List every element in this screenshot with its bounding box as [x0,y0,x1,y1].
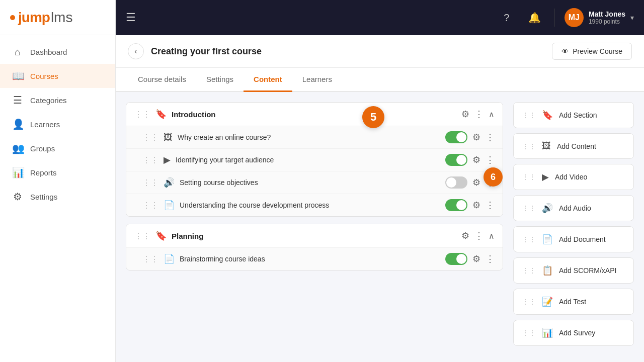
user-menu[interactable]: MJ Matt Jones 1990 points ▾ [565,8,634,27]
add-survey-button[interactable]: ⋮⋮ 📊 Add Survey [513,320,634,346]
add-section-button[interactable]: ⋮⋮ 🔖 Add Section [513,102,634,128]
section-more-button[interactable]: ⋮ [474,109,484,120]
settings-icon: ⚙ [12,191,23,203]
sidebar: jump lms ⌂ Dashboard 📖 Courses ☰ Categor… [0,0,116,362]
section-more-button-2[interactable]: ⋮ [474,230,484,241]
sidebar-item-groups[interactable]: 👥 Groups [0,136,115,160]
tab-course-details[interactable]: Course details [128,68,196,92]
avatar: MJ [565,8,584,27]
add-scorm-button[interactable]: ⋮⋮ 📋 Add SCORM/xAPI [513,257,634,284]
add-content-label: Add Content [557,142,596,150]
panel-drag-handle-7: ⋮⋮ [522,298,536,306]
preview-label: Preview Course [573,47,622,55]
eye-icon: 👁 [561,47,569,55]
preview-course-button[interactable]: 👁 Preview Course [552,43,632,60]
main-area: ☰ ? 🔔 MJ Matt Jones 1990 points ▾ ‹ Crea… [116,0,644,362]
item-gear-button-4[interactable]: ⚙ [472,200,480,211]
image-add-icon: 🖼 [542,141,551,151]
add-document-button[interactable]: ⋮⋮ 📄 Add Document [513,226,634,252]
panel-drag-handle: ⋮⋮ [522,111,536,119]
sidebar-item-reports[interactable]: 📊 Reports [0,160,115,185]
dashboard-icon: ⌂ [12,46,23,58]
toggle-item-4[interactable] [445,199,467,211]
drag-handle-section[interactable]: ⋮⋮ [134,110,150,119]
section-collapse-button-2[interactable]: ∧ [489,231,495,241]
test-add-icon: 📝 [542,296,553,307]
sidebar-item-courses[interactable]: 📖 Courses [0,64,115,88]
toggle-item-1[interactable] [445,131,467,143]
scorm-add-icon: 📋 [542,265,553,276]
drag-handle-item[interactable]: ⋮⋮ [142,178,158,188]
categories-icon: ☰ [12,94,23,106]
title-area: ‹ Creating your first course [128,43,262,59]
panel-drag-handle-3: ⋮⋮ [522,173,536,181]
tab-learners[interactable]: Learners [292,68,342,92]
add-test-label: Add Test [559,298,586,306]
bookmark-icon-2: 🔖 [155,230,167,241]
page-header: ‹ Creating your first course 👁 Preview C… [116,35,644,68]
groups-icon: 👥 [12,142,23,154]
drag-handle-item[interactable]: ⋮⋮ [142,133,158,142]
topbar: ☰ ? 🔔 MJ Matt Jones 1990 points ▾ [116,0,644,35]
panel-drag-handle-5: ⋮⋮ [522,235,536,243]
sidebar-item-learners[interactable]: 👤 Learners [0,112,115,136]
bookmark-add-icon: 🔖 [542,110,553,121]
toggle-item-5[interactable] [445,253,467,265]
panel-drag-handle-4: ⋮⋮ [522,204,536,212]
item-more-button-5[interactable]: ⋮ [486,253,495,264]
add-audio-button[interactable]: ⋮⋮ 🔊 Add Audio [513,195,634,221]
add-content-button[interactable]: ⋮⋮ 🖼 Add Content [513,133,634,159]
item-more-button-1[interactable]: ⋮ [486,132,495,143]
item-more-button-3[interactable]: ⋮ [486,177,495,188]
right-panel: ⋮⋮ 🔖 Add Section ⋮⋮ 🖼 Add Content ⋮⋮ ▶ A… [513,102,634,352]
item-more-button-2[interactable]: ⋮ [486,154,495,165]
sidebar-item-dashboard[interactable]: ⌂ Dashboard [0,40,115,64]
add-section-label: Add Section [559,111,597,119]
back-icon: ‹ [134,47,137,56]
video-add-icon: ▶ [542,171,549,183]
item-title-1: Why create an online course? [178,133,440,141]
item-gear-button-5[interactable]: ⚙ [472,253,480,264]
section-gear-button[interactable]: ⚙ [461,109,469,120]
bell-button[interactable]: 🔔 [526,9,544,27]
toggle-item-3[interactable] [445,176,467,189]
item-gear-button-2[interactable]: ⚙ [472,154,480,165]
panel-drag-handle-2: ⋮⋮ [522,142,536,150]
bell-icon: 🔔 [528,12,541,24]
section-gear-button-2[interactable]: ⚙ [461,230,469,241]
content-item-1: ⋮⋮ 🖼 Why create an online course? ⚙ ⋮ [126,126,503,148]
add-document-label: Add Document [559,235,606,243]
drag-handle-item[interactable]: ⋮⋮ [142,155,158,165]
video-icon: ▶ [164,154,171,165]
add-video-button[interactable]: ⋮⋮ ▶ Add Video [513,164,634,190]
item-title-5: Brainstorming course ideas [180,255,440,263]
add-video-label: Add Video [555,173,587,181]
sidebar-item-label: Groups [30,144,55,153]
hamburger-button[interactable]: ☰ [126,11,136,24]
content-item-5: ⋮⋮ 📄 Brainstorming course ideas ⚙ ⋮ [126,247,503,270]
item-title-2: Identifying your target audience [176,156,440,164]
add-test-button[interactable]: ⋮⋮ 📝 Add Test [513,289,634,315]
tab-settings[interactable]: Settings [196,68,244,92]
item-gear-button-3[interactable]: ⚙ [472,177,480,188]
help-button[interactable]: ? [498,9,516,27]
tab-content[interactable]: Content [244,68,292,92]
sidebar-item-categories[interactable]: ☰ Categories [0,88,115,112]
item-gear-button-1[interactable]: ⚙ [472,132,480,143]
section-actions-2: ⚙ ⋮ ∧ [461,230,495,241]
sidebar-item-label: Dashboard [30,48,67,56]
section-collapse-button[interactable]: ∧ [489,110,495,119]
sidebar-item-label: Settings [30,193,57,201]
toggle-item-2[interactable] [445,154,467,166]
image-icon: 🖼 [164,132,173,143]
sidebar-item-settings[interactable]: ⚙ Settings [0,185,115,209]
item-more-button-4[interactable]: ⋮ [486,200,495,211]
section-title-introduction: Introduction [172,110,456,119]
drag-handle-section-2[interactable]: ⋮⋮ [134,231,150,241]
item-title-3: Setting course objectives [180,178,425,187]
back-button[interactable]: ‹ [128,43,144,59]
sidebar-item-label: Courses [30,72,58,80]
drag-handle-item[interactable]: ⋮⋮ [142,201,158,210]
logo-jump: jump [18,10,50,26]
drag-handle-item-5[interactable]: ⋮⋮ [142,254,158,264]
